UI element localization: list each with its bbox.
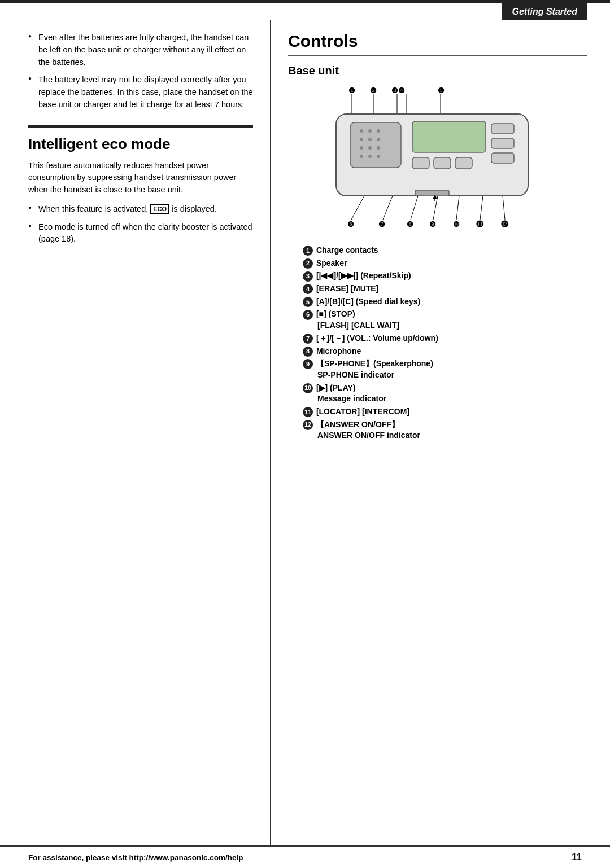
left-column: Even after the batteries are fully charg… — [0, 20, 271, 845]
item-text: 【SP-PHONE】(Speakerphone) — [316, 359, 433, 368]
svg-point-15 — [368, 138, 372, 141]
item-number: 9 — [303, 359, 313, 369]
svg-text:❺: ❺ — [438, 86, 445, 95]
item-text: Charge contacts — [316, 246, 378, 255]
svg-line-43 — [433, 196, 438, 220]
item-number: 5 — [303, 297, 313, 307]
item-number: 12 — [303, 420, 313, 430]
svg-rect-30 — [415, 190, 449, 196]
svg-rect-26 — [455, 157, 472, 169]
item-number: 3 — [303, 271, 313, 282]
page: Getting Started Even after the batteries… — [0, 0, 610, 868]
svg-text:⓫: ⓫ — [476, 220, 484, 229]
eco-bullets: When this feature is activated, ECO is d… — [28, 203, 253, 246]
item-text: [A]/[B]/[C] (Speed dial keys) — [316, 297, 420, 306]
device-diagram: ❶ ❷ ❸❹ ❺ — [288, 83, 587, 235]
svg-rect-24 — [412, 157, 429, 169]
footer: For assistance, please visit http://www.… — [0, 845, 610, 868]
svg-rect-25 — [434, 157, 451, 169]
svg-rect-10 — [350, 122, 401, 168]
base-unit-title: Base unit — [288, 64, 587, 77]
svg-rect-29 — [491, 153, 514, 163]
right-column: Controls Base unit ❶ ❷ ❸❹ ❺ — [271, 20, 610, 845]
item-number: 4 — [303, 284, 313, 294]
svg-point-16 — [377, 138, 380, 141]
svg-text:❼: ❼ — [378, 220, 385, 229]
item-text: [＋]/[－] (VOL.: Volume up/down) — [316, 334, 438, 343]
list-item: 6 [■] (STOP) [FLASH] [CALL WAIT] — [288, 308, 587, 331]
list-item: 8 Microphone — [288, 345, 587, 358]
item-text: Speaker — [316, 258, 347, 268]
svg-text:❻: ❻ — [347, 220, 354, 229]
list-item: 3 [|◀◀]/[▶▶|] (Repeat/Skip) — [288, 270, 587, 282]
item-text: [|◀◀]/[▶▶|] (Repeat/Skip) — [316, 271, 411, 280]
list-item: Even after the batteries are fully charg… — [28, 32, 253, 68]
svg-point-22 — [377, 155, 380, 158]
item-sub: SP-PHONE indicator — [303, 369, 587, 382]
eco-mode-body: This feature automatically reduces hands… — [28, 160, 253, 196]
eco-mode-title: Intelligent eco mode — [28, 135, 253, 153]
svg-text:❽: ❽ — [407, 220, 413, 229]
list-item: Eco mode is turned off when the clarity … — [28, 221, 253, 246]
item-text: [■] (STOP) — [316, 309, 355, 318]
item-number: 1 — [303, 246, 313, 256]
item-number: 8 — [303, 347, 313, 357]
svg-point-21 — [368, 155, 372, 158]
svg-text:❷: ❷ — [370, 86, 377, 95]
getting-started-bar: Getting Started — [0, 3, 610, 20]
item-sub: [FLASH] [CALL WAIT] — [303, 319, 587, 332]
svg-line-46 — [503, 196, 505, 220]
svg-rect-27 — [491, 124, 514, 134]
getting-started-label: Getting Started — [502, 3, 587, 20]
battery-bullets: Even after the batteries are fully charg… — [28, 32, 253, 111]
svg-point-14 — [360, 138, 363, 141]
svg-text:❸❹: ❸❹ — [391, 86, 405, 95]
list-item: 4 [ERASE] [MUTE] — [288, 283, 587, 295]
item-number: 7 — [303, 334, 313, 344]
svg-point-13 — [377, 129, 380, 133]
svg-text:❾: ❾ — [429, 220, 436, 229]
list-item: The battery level may not be displayed c… — [28, 74, 253, 111]
svg-line-40 — [351, 196, 364, 220]
footer-assistance: For assistance, please visit http://www.… — [28, 853, 243, 862]
list-item: 5 [A]/[B]/[C] (Speed dial keys) — [288, 296, 587, 308]
list-item: 12 【ANSWER ON/OFF】 ANSWER ON/OFF indicat… — [288, 419, 587, 442]
svg-line-44 — [456, 196, 459, 220]
list-item: 11 [LOCATOR] [INTERCOM] — [288, 406, 587, 418]
item-text: [LOCATOR] [INTERCOM] — [316, 407, 409, 416]
svg-point-20 — [360, 155, 363, 158]
svg-point-11 — [360, 129, 363, 133]
controls-title: Controls — [288, 32, 587, 51]
svg-line-41 — [383, 196, 393, 220]
svg-line-45 — [480, 196, 483, 220]
svg-rect-28 — [491, 138, 514, 148]
controls-list: 1 Charge contacts 2 Speaker 3 [|◀◀]/[▶▶|… — [288, 244, 587, 442]
footer-page-number: 11 — [572, 852, 582, 862]
base-unit-svg: ❶ ❷ ❸❹ ❺ — [319, 83, 556, 235]
item-number: 11 — [303, 407, 313, 417]
item-text: 【ANSWER ON/OFF】 — [316, 420, 399, 429]
eco-badge: ECO — [150, 204, 169, 214]
item-text: [ERASE] [MUTE] — [316, 284, 378, 293]
svg-point-19 — [377, 146, 380, 150]
item-number: 6 — [303, 310, 313, 320]
svg-point-18 — [368, 146, 372, 150]
main-content: Even after the batteries are fully charg… — [0, 20, 610, 845]
item-text: [▶] (PLAY) — [316, 383, 356, 392]
list-item: 7 [＋]/[－] (VOL.: Volume up/down) — [288, 332, 587, 345]
section-divider — [28, 125, 253, 128]
svg-text:❿: ❿ — [453, 220, 460, 229]
item-number: 2 — [303, 258, 313, 269]
item-number: 10 — [303, 383, 313, 393]
list-item: 2 Speaker — [288, 257, 587, 270]
svg-line-42 — [411, 196, 418, 220]
item-sub: ANSWER ON/OFF indicator — [303, 429, 587, 442]
svg-rect-23 — [412, 121, 486, 152]
list-item: 10 [▶] (PLAY) Message indicator — [288, 382, 587, 405]
list-item: 9 【SP-PHONE】(Speakerphone) SP-PHONE indi… — [288, 358, 587, 381]
svg-text:⓬: ⓬ — [501, 220, 509, 229]
item-text: Microphone — [316, 347, 361, 356]
controls-divider — [288, 55, 587, 56]
svg-text:❶: ❶ — [348, 86, 355, 95]
svg-point-12 — [368, 129, 372, 133]
